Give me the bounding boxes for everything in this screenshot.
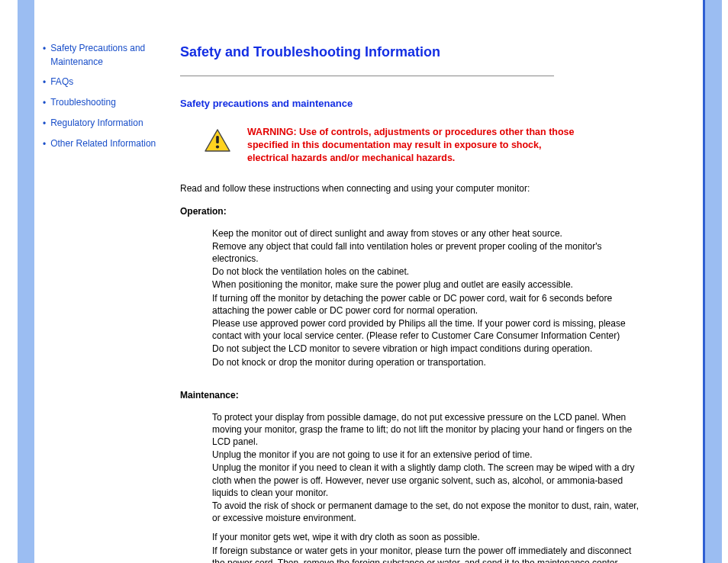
warning-block: WARNING: Use of controls, adjustments or… (180, 126, 699, 165)
nav-link[interactable]: Troubleshooting (50, 95, 116, 109)
intro-text: Read and follow these instructions when … (180, 183, 699, 194)
maintenance-item: Unplug the monitor if you are not going … (212, 449, 639, 461)
nav-link[interactable]: Regulatory Information (50, 116, 143, 130)
sidebar-nav: • Safety Precautions and Maintenance • F… (43, 41, 176, 157)
bullet-icon: • (43, 117, 46, 130)
operation-item: Do not block the ventilation holes on th… (212, 265, 639, 278)
left-blue-strip (18, 0, 34, 563)
operation-item: Please use approved power cord provided … (212, 317, 639, 342)
operation-heading: Operation: (180, 206, 699, 217)
nav-item-other[interactable]: • Other Related Information (43, 137, 176, 151)
nav-link[interactable]: Other Related Information (50, 137, 156, 150)
nav-item-troubleshooting[interactable]: • Troubleshooting (43, 95, 176, 110)
bullet-icon: • (43, 76, 46, 89)
svg-point-2 (216, 145, 219, 148)
page-title: Safety and Troubleshooting Information (180, 44, 699, 60)
maintenance-body: To protect your display from possible da… (212, 411, 639, 563)
warning-text: WARNING: Use of controls, adjustments or… (247, 126, 583, 165)
right-thin-strip (703, 0, 705, 563)
maintenance-item: To avoid the risk of shock or permanent … (212, 500, 639, 524)
right-blue-strip (705, 0, 722, 563)
operation-item: Do not knock or drop the monitor during … (212, 356, 639, 368)
operation-item: When positioning the monitor, make sure … (212, 278, 639, 291)
divider (180, 76, 554, 76)
bullet-icon: • (43, 137, 46, 151)
main-content: Safety and Troubleshooting Information S… (180, 44, 699, 563)
warning-icon (205, 129, 230, 154)
maintenance-heading: Maintenance: (180, 390, 699, 401)
bullet-icon: • (43, 96, 46, 110)
operation-item: Keep the monitor out of direct sunlight … (212, 227, 639, 240)
maintenance-item: If foreign substance or water gets in yo… (212, 545, 639, 563)
operation-item: Remove any object that could fall into v… (212, 240, 639, 265)
nav-link[interactable]: FAQs (50, 75, 73, 88)
maintenance-item: If your monitor gets wet, wipe it with d… (212, 531, 639, 543)
operation-item: Do not subject the LCD monitor to severe… (212, 343, 639, 355)
maintenance-item: To protect your display from possible da… (212, 411, 639, 449)
operation-item: If turning off the monitor by detaching … (212, 292, 639, 317)
nav-item-safety[interactable]: • Safety Precautions and Maintenance (43, 41, 176, 69)
nav-item-regulatory[interactable]: • Regulatory Information (43, 116, 176, 130)
nav-item-faqs[interactable]: • FAQs (43, 75, 176, 89)
svg-rect-1 (216, 136, 219, 143)
section-heading: Safety precautions and maintenance (180, 98, 699, 109)
maintenance-item: Unplug the monitor if you need to clean … (212, 462, 639, 499)
bullet-icon: • (43, 42, 46, 56)
nav-link[interactable]: Safety Precautions and Maintenance (50, 41, 176, 69)
operation-body: Keep the monitor out of direct sunlight … (212, 227, 639, 368)
